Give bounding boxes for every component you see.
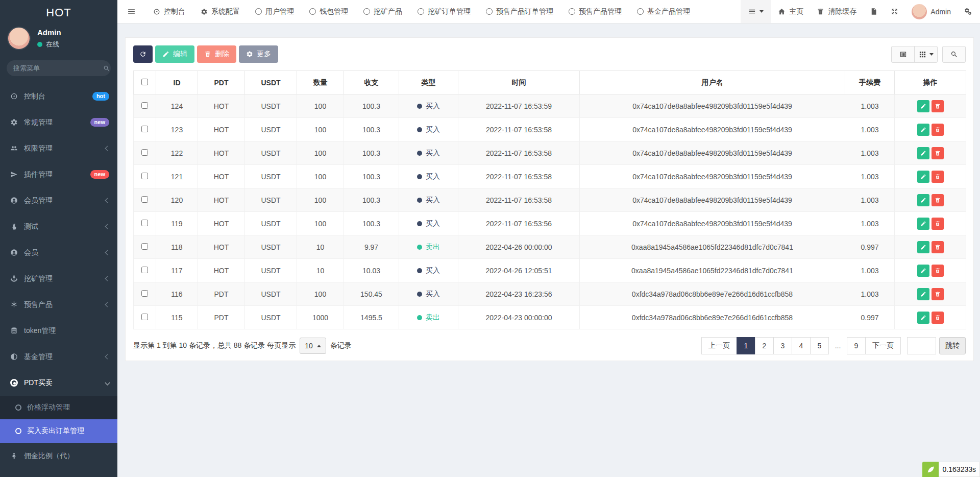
row-edit-button[interactable] (917, 194, 929, 206)
row-delete-button[interactable] (932, 265, 944, 277)
cell-amount: 100.3 (344, 188, 399, 212)
sidebar-subitem-0[interactable]: 价格浮动管理 (0, 396, 117, 419)
row-delete-button[interactable] (932, 100, 944, 112)
row-edit-button[interactable] (917, 218, 929, 230)
row-checkbox[interactable] (141, 243, 148, 250)
prev-page-button[interactable]: 上一页 (701, 337, 737, 354)
hamburger-icon[interactable] (117, 7, 145, 16)
sidebar-item-5[interactable]: 测试 (0, 213, 117, 240)
jump-page-input[interactable] (907, 337, 936, 354)
row-edit-button[interactable] (917, 100, 929, 112)
row-checkbox[interactable] (141, 126, 148, 132)
sidebar-item-10[interactable]: 基金管理 (0, 344, 117, 370)
cell-user: 0xfdc34a978ad06c8bb6e89e7e266d16d61ccfb8… (580, 282, 845, 306)
row-edit-button[interactable] (917, 147, 929, 159)
row-delete-button[interactable] (932, 312, 944, 324)
nav-settings[interactable] (958, 0, 980, 23)
tab-3[interactable]: 钱包管理 (302, 0, 356, 23)
tab-2[interactable]: 用户管理 (248, 0, 302, 23)
nav-clear-cache[interactable]: 清除缓存 (810, 0, 863, 23)
page-button-4[interactable]: 4 (792, 337, 811, 354)
sidebar-item-7[interactable]: 挖矿管理 (0, 266, 117, 292)
tab-7[interactable]: 预售产品管理 (561, 0, 629, 23)
nav-user[interactable]: Admin (905, 0, 958, 23)
sidebar-item-6[interactable]: 会员 (0, 240, 117, 266)
page-button-1[interactable]: 1 (737, 337, 755, 354)
row-delete-button[interactable] (932, 288, 944, 300)
nav-menu-dropdown[interactable] (741, 0, 771, 23)
menu-search[interactable] (7, 60, 111, 76)
page-button-9[interactable]: 9 (847, 337, 866, 354)
sidebar-item-label: 挖矿管理 (24, 274, 53, 283)
sidebar-item-8[interactable]: 预售产品 (0, 292, 117, 318)
nav-fullscreen[interactable] (884, 0, 905, 23)
row-checkbox[interactable] (141, 173, 148, 179)
page-button-3[interactable]: 3 (773, 337, 792, 354)
sidebar-item-3[interactable]: 插件管理new (0, 161, 117, 187)
tab-6[interactable]: 预售产品订单管理 (478, 0, 561, 23)
leaf-icon[interactable] (922, 462, 939, 477)
cell-type: 买入 (399, 259, 458, 282)
sidebar-item-1[interactable]: 常规管理new (0, 109, 117, 135)
tab-0[interactable]: 控制台 (145, 0, 193, 23)
nav-clear-cache-label: 清除缓存 (828, 7, 856, 16)
sidebar-item-0[interactable]: 控制台hot (0, 83, 117, 109)
sidebar-item-9[interactable]: token管理 (0, 318, 117, 344)
row-delete-button[interactable] (932, 147, 944, 159)
row-edit-button[interactable] (917, 124, 929, 136)
delete-button[interactable]: 删除 (197, 45, 236, 63)
row-delete-button[interactable] (932, 194, 944, 206)
column-header: 收支 (344, 71, 399, 94)
chevron-left-icon (105, 198, 110, 203)
toolbar-right (891, 46, 966, 63)
row-edit-button[interactable] (917, 171, 929, 183)
page-button-2[interactable]: 2 (755, 337, 774, 354)
jump-button[interactable]: 跳转 (939, 337, 966, 354)
next-page-button[interactable]: 下一页 (865, 337, 901, 354)
tab-5[interactable]: 挖矿订单管理 (410, 0, 478, 23)
row-checkbox[interactable] (141, 102, 148, 109)
row-checkbox[interactable] (141, 220, 148, 226)
tab-4[interactable]: 挖矿产品 (356, 0, 410, 23)
row-delete-button[interactable] (932, 241, 944, 253)
row-checkbox[interactable] (141, 290, 148, 297)
cell-fee: 1.003 (845, 118, 895, 141)
sidebar-item-4[interactable]: 会员管理 (0, 187, 117, 213)
nav-home[interactable]: 主页 (771, 0, 810, 23)
avatar[interactable] (7, 27, 31, 50)
row-checkbox[interactable] (141, 149, 148, 156)
chevron-left-icon (105, 146, 110, 151)
more-button[interactable]: 更多 (239, 45, 278, 63)
sidebar-subitem-1[interactable]: 买入卖出订单管理 (0, 419, 117, 443)
sidebar-item-2[interactable]: 权限管理 (0, 135, 117, 161)
row-checkbox[interactable] (141, 196, 148, 203)
menu-search-input[interactable] (13, 64, 103, 72)
tab-8[interactable]: 基金产品管理 (629, 0, 698, 23)
chevron-left-icon (105, 250, 110, 255)
columns-toggle-button[interactable] (914, 46, 938, 63)
cell-pdt: HOT (198, 188, 245, 212)
row-delete-button[interactable] (932, 218, 944, 230)
per-page-select[interactable]: 10 (300, 338, 326, 354)
detail-view-button[interactable] (891, 46, 915, 63)
sidebar-item-11[interactable]: PDT买卖 (0, 370, 117, 396)
row-checkbox[interactable] (141, 314, 148, 320)
table-row: 122HOTUSDT100100.3买入2022-11-07 16:53:580… (134, 141, 966, 165)
badge-hot: hot (92, 92, 109, 101)
select-all-checkbox[interactable] (141, 79, 148, 85)
sidebar-item-after-0[interactable]: 佣金比例（代） (0, 443, 117, 469)
table-search-button[interactable] (942, 46, 966, 63)
edit-button[interactable]: 编辑 (155, 45, 194, 63)
row-delete-button[interactable] (932, 124, 944, 136)
row-edit-button[interactable] (917, 312, 929, 324)
row-edit-button[interactable] (917, 265, 929, 277)
tab-1[interactable]: 系统配置 (193, 0, 248, 23)
row-delete-button[interactable] (932, 171, 944, 183)
refresh-button[interactable] (133, 45, 153, 63)
adjust-icon (10, 353, 18, 361)
row-edit-button[interactable] (917, 288, 929, 300)
row-edit-button[interactable] (917, 241, 929, 253)
page-button-5[interactable]: 5 (810, 337, 829, 354)
row-checkbox[interactable] (141, 267, 148, 273)
nav-refresh-page[interactable] (863, 0, 884, 23)
